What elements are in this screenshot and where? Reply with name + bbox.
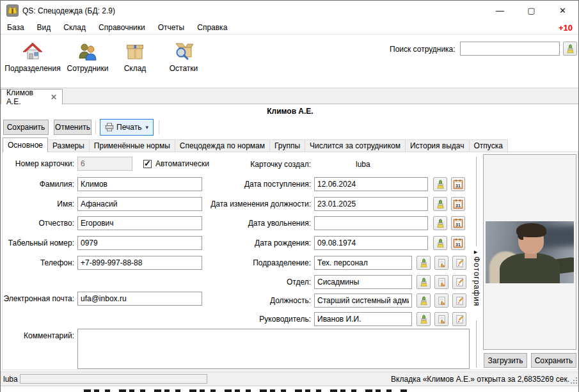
- checkmark-icon: ✓: [144, 159, 151, 168]
- department-row: Подразделение:: [205, 256, 466, 270]
- cancel-button[interactable]: Отменить: [54, 120, 91, 135]
- save-button[interactable]: Сохранить: [3, 120, 49, 135]
- brush-icon: [419, 278, 429, 287]
- tab-close-icon[interactable]: ✕: [51, 93, 57, 102]
- auto-checkbox[interactable]: ✓: [143, 160, 152, 168]
- photo-load-button[interactable]: Загрузить: [484, 353, 527, 368]
- dismissal-date-calendar-button[interactable]: 31: [451, 216, 465, 230]
- department-edit-button[interactable]: [452, 256, 466, 270]
- tab-assigned-to-employee[interactable]: Числится за сотрудником: [305, 139, 406, 152]
- maximize-button[interactable]: ▢: [516, 1, 547, 20]
- splitter-collapse-icon[interactable]: ►: [473, 249, 479, 255]
- menu-base[interactable]: База: [1, 22, 31, 33]
- menu-view[interactable]: Вид: [31, 22, 58, 33]
- unit-input[interactable]: [314, 275, 412, 289]
- menu-warehouse[interactable]: Склад: [57, 22, 92, 33]
- resize-grip-icon[interactable]: [576, 382, 577, 384]
- tab-workwear-by-norms[interactable]: Спецодежда по нормам: [175, 139, 270, 152]
- menu-reports[interactable]: Отчеты: [152, 22, 191, 33]
- brush-icon: [436, 180, 445, 189]
- search-clear-button[interactable]: [563, 42, 577, 56]
- created-by-row: Карточку создал: luba: [205, 157, 370, 171]
- phone-row: Телефон:: [3, 256, 202, 270]
- dismissal-date-clear-button[interactable]: [433, 216, 447, 230]
- toolbar-employees-label: Сотрудники: [63, 64, 112, 73]
- background-window-sliver: [1, 386, 578, 392]
- brush-icon: [419, 315, 429, 324]
- department-clear-button[interactable]: [416, 256, 431, 270]
- calendar-icon: 31: [453, 218, 463, 228]
- unit-clear-button[interactable]: [416, 275, 431, 289]
- patronymic-label: Отчество:: [3, 219, 74, 228]
- tab-groups[interactable]: Группы: [270, 139, 305, 152]
- tab-applied-norms[interactable]: Применённые нормы: [90, 139, 175, 152]
- position-clear-button[interactable]: [416, 294, 431, 308]
- title-bar: QS: Спецодежда (БД: 2.9) — ▢ ✕: [1, 1, 578, 21]
- employee-photo: [486, 221, 574, 283]
- application-window: QS: Спецодежда (БД: 2.9) — ▢ ✕ База Вид …: [0, 0, 579, 392]
- hire-date-clear-button[interactable]: [433, 177, 447, 191]
- toolbar-employees-button[interactable]: Сотрудники: [63, 42, 112, 73]
- tab-sizes[interactable]: Размеры: [48, 139, 90, 152]
- phone-input[interactable]: [77, 256, 202, 270]
- hire-date-label: Дата поступления:: [205, 180, 311, 189]
- toolbar-departments-button[interactable]: Подразделения: [4, 42, 61, 73]
- menu-bar: База Вид Склад Справочники Отчеты Справк…: [1, 21, 578, 35]
- employee-search-input[interactable]: [460, 42, 560, 56]
- unit-select-button[interactable]: [434, 275, 448, 289]
- firstname-input[interactable]: [77, 197, 202, 211]
- manager-edit-button[interactable]: [452, 312, 466, 326]
- hire-date-calendar-button[interactable]: 31: [451, 177, 465, 191]
- tab-issue-history[interactable]: История выдач: [406, 139, 470, 152]
- position-change-date-input[interactable]: [314, 197, 428, 211]
- position-select-button[interactable]: [434, 294, 448, 308]
- calendar-icon: 31: [453, 179, 463, 189]
- toolbar-remainders-button[interactable]: Остатки: [161, 42, 207, 73]
- email-input[interactable]: [77, 292, 202, 306]
- card-tabstrip: Основное Размеры Применённые нормы Спецо…: [3, 137, 508, 152]
- employee-search-label: Поиск сотрудника:: [390, 45, 456, 54]
- position-change-date-calendar-button[interactable]: 31: [451, 197, 465, 211]
- position-edit-button[interactable]: [452, 294, 466, 308]
- print-button[interactable]: Печать ▾: [100, 119, 154, 136]
- surname-input[interactable]: [77, 177, 202, 191]
- position-label: Должность:: [205, 296, 311, 305]
- manager-select-button[interactable]: [434, 312, 448, 326]
- minimize-button[interactable]: —: [484, 1, 516, 20]
- birth-date-label: Дата рождения:: [205, 239, 311, 247]
- surname-label: Фамилия:: [3, 180, 74, 189]
- photo-panel-splitter[interactable]: ► Фотография: [472, 154, 480, 370]
- menu-directories[interactable]: Справочники: [92, 22, 152, 33]
- status-message: Вкладка «Климов А.Е.» открыта за 2,68352…: [391, 375, 569, 384]
- tab-vacations[interactable]: Отпуска: [470, 139, 508, 152]
- department-select-button[interactable]: [434, 256, 448, 270]
- manager-clear-button[interactable]: [416, 312, 431, 326]
- birth-date-calendar-button[interactable]: 31: [451, 236, 465, 250]
- svg-text:31: 31: [456, 223, 461, 227]
- brush-icon: [566, 44, 575, 54]
- patronymic-input[interactable]: [77, 216, 202, 230]
- comment-textarea[interactable]: [77, 329, 470, 369]
- dismissal-date-label: Дата увольнения:: [205, 219, 311, 228]
- menu-help[interactable]: Справка: [191, 22, 234, 33]
- birth-date-input[interactable]: [314, 236, 428, 250]
- window-title: QS: Спецодежда (БД: 2.9): [22, 6, 115, 15]
- dismissal-date-input[interactable]: [314, 216, 428, 230]
- hire-date-input[interactable]: [314, 177, 428, 191]
- manager-input[interactable]: [314, 312, 412, 326]
- unit-label: Отдел:: [205, 278, 311, 286]
- unit-edit-button[interactable]: [452, 275, 466, 289]
- tab-main[interactable]: Основное: [3, 137, 48, 152]
- position-change-date-clear-button[interactable]: [433, 197, 447, 211]
- close-button[interactable]: ✕: [547, 1, 578, 20]
- patronymic-row: Отчество:: [3, 216, 202, 230]
- card-number-input: [77, 157, 132, 171]
- birth-date-clear-button[interactable]: [433, 236, 447, 250]
- position-input[interactable]: [314, 294, 412, 308]
- department-input[interactable]: [314, 256, 412, 270]
- toolbar-warehouse-button[interactable]: Склад: [116, 42, 154, 73]
- personnel-number-input[interactable]: [77, 236, 202, 250]
- photo-frame: [483, 154, 576, 350]
- photo-save-button[interactable]: Сохранить: [531, 353, 576, 368]
- document-tab-klimov[interactable]: Климов А.Е. ✕: [1, 89, 63, 104]
